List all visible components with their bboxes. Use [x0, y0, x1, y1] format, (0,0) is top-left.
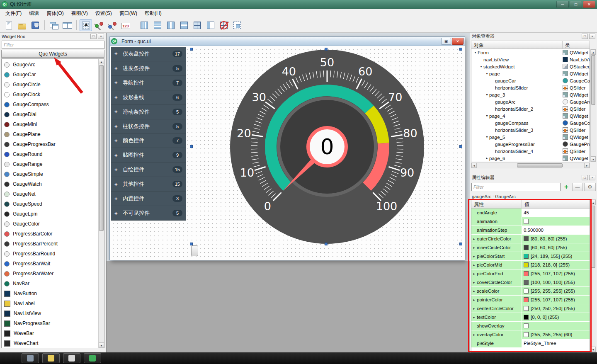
- property-row[interactable]: pieStylePieStyle_Three: [471, 339, 590, 348]
- close-panel-icon[interactable]: ×: [589, 34, 595, 39]
- widget-list-item[interactable]: GaugeArc: [2, 60, 104, 70]
- new-form-button[interactable]: [2, 19, 15, 31]
- property-value-cell[interactable]: [24, 189, 155] (255): [522, 252, 590, 260]
- property-row[interactable]: ▸pieColorStart[24, 189, 155] (255): [471, 252, 590, 261]
- object-tree-row[interactable]: ▾stackedWidgetQStackedWidget: [471, 63, 590, 70]
- widget-list-item[interactable]: ProgressBarColor: [2, 229, 104, 239]
- scroll-up-icon[interactable]: ▲: [591, 49, 596, 55]
- scroll-right-icon[interactable]: ►: [584, 163, 590, 168]
- menu-item[interactable]: 窗口(W): [116, 9, 141, 18]
- layout-splitter-vertical-button[interactable]: [178, 19, 190, 31]
- form-titlebar[interactable]: Qt Form - quc.ui ▣ ✕: [110, 37, 465, 46]
- widget-list-item[interactable]: GaugeProgressBar: [2, 139, 104, 149]
- widget-list-item[interactable]: WaveBar: [2, 328, 104, 338]
- tree-expander-icon[interactable]: ▾: [485, 135, 489, 139]
- tree-expander-icon[interactable]: ▾: [485, 72, 489, 75]
- checkbox[interactable]: [524, 323, 529, 328]
- edit-signals-slots-button[interactable]: [93, 19, 105, 31]
- tree-expander-icon[interactable]: ▸: [485, 156, 489, 160]
- property-value-cell[interactable]: [255, 107, 107] (255): [522, 269, 590, 278]
- close-button[interactable]: ✕: [583, 1, 595, 8]
- widget-list-item[interactable]: GaugeWatch: [2, 179, 104, 189]
- add-property-button[interactable]: +: [562, 183, 571, 191]
- widget-list-item[interactable]: NavLabel: [2, 298, 104, 308]
- widget-list-item[interactable]: GaugeColor: [2, 219, 104, 229]
- open-form-button[interactable]: [16, 19, 28, 31]
- column-class[interactable]: 类: [563, 41, 590, 49]
- scrollbar-thumb[interactable]: [591, 55, 595, 105]
- expand-arrow-icon[interactable]: ▸: [471, 281, 477, 284]
- form-close-button[interactable]: ✕: [452, 38, 464, 45]
- property-value-cell[interactable]: [255, 107, 107] (255): [522, 296, 590, 304]
- property-value-cell[interactable]: [218, 218, 0] (255): [522, 261, 590, 269]
- widget-list-item[interactable]: GaugeRange: [2, 159, 104, 169]
- property-row[interactable]: ▸overlayColor[255, 255, 255] (60): [471, 330, 590, 339]
- property-row[interactable]: ▸coverCircleColor[100, 100, 100] (255): [471, 278, 590, 287]
- scroll-down-icon[interactable]: ▼: [99, 342, 104, 348]
- horizontal-slider-widget[interactable]: [191, 245, 198, 256]
- column-value[interactable]: 值: [522, 200, 590, 208]
- widget-list-item[interactable]: GaugeSimple: [2, 169, 104, 179]
- nav-list-item[interactable]: +导航控件7: [111, 76, 186, 90]
- adjust-size-button[interactable]: [231, 19, 243, 31]
- scroll-down-icon[interactable]: ▼: [591, 347, 596, 352]
- tree-expander-icon[interactable]: ▾: [485, 93, 489, 97]
- widget-list-item[interactable]: GaugeRound: [2, 149, 104, 159]
- object-tree-row[interactable]: ▾page_3QWidget: [471, 91, 590, 98]
- scrollbar-thumb[interactable]: [99, 65, 104, 231]
- widget-list-item[interactable]: GaugeCompass: [2, 99, 104, 109]
- widget-list-item[interactable]: ProgressBarPercent: [2, 239, 104, 249]
- close-panel-icon[interactable]: ×: [98, 34, 104, 39]
- expand-arrow-icon[interactable]: ▸: [471, 246, 477, 250]
- taskbar-button[interactable]: [22, 353, 39, 363]
- float-panel-icon[interactable]: □: [582, 34, 588, 39]
- tree-expander-icon[interactable]: ▾: [473, 51, 478, 54]
- object-tree-hscrollbar[interactable]: ◄ ►: [471, 163, 590, 168]
- widget-list-item[interactable]: ProgressBarWater: [2, 269, 104, 279]
- scrollbar-thumb[interactable]: [591, 206, 595, 268]
- property-filter-input[interactable]: [471, 183, 561, 191]
- nav-list-item[interactable]: +内置控件3: [111, 192, 186, 206]
- widget-list-item[interactable]: NavBar: [2, 279, 104, 289]
- widget-list-item[interactable]: GaugeClock: [2, 90, 104, 99]
- menu-item[interactable]: 编辑: [25, 9, 43, 18]
- object-tree-row[interactable]: gaugeProgressBarGaugeProgressBar: [471, 141, 590, 148]
- gauge-widget[interactable]: 01020304050607080901000: [230, 49, 425, 244]
- nav-list-item[interactable]: +柱状条控件5: [111, 119, 186, 134]
- selection-handle[interactable]: [190, 145, 193, 148]
- layout-horizontally-button[interactable]: [151, 19, 164, 31]
- widget-list-item[interactable]: GaugeCircle: [2, 80, 104, 90]
- selection-handle[interactable]: [459, 48, 462, 51]
- tree-expander-icon[interactable]: ▾: [479, 65, 483, 68]
- taskbar-button[interactable]: [63, 353, 80, 363]
- object-tree-row[interactable]: horizontalSlider_4QSlider: [471, 148, 590, 155]
- widget-list-item[interactable]: GaugeSpeed: [2, 199, 104, 209]
- object-tree-row[interactable]: navListViewNavListView: [471, 56, 590, 63]
- object-tree-row[interactable]: ▾page_4QWidget: [471, 112, 590, 119]
- close-panel-icon[interactable]: ×: [589, 175, 595, 180]
- cascade-windows-button[interactable]: [48, 19, 60, 31]
- property-value-cell[interactable]: [522, 322, 590, 330]
- selection-handle[interactable]: [325, 243, 328, 245]
- property-value-cell[interactable]: [80, 80, 80] (255): [522, 235, 590, 243]
- property-value-cell[interactable]: [255, 255, 255] (60): [522, 330, 590, 339]
- property-value-cell[interactable]: [100, 100, 100] (255): [522, 278, 590, 286]
- edit-tab-order-button[interactable]: 123: [119, 19, 132, 31]
- scroll-left-icon[interactable]: ◄: [471, 163, 477, 168]
- form-restore-button[interactable]: ▣: [441, 38, 451, 45]
- nav-list-item[interactable]: +颜色控件7: [111, 134, 186, 148]
- widget-list-item[interactable]: ProgressBarWait: [2, 259, 104, 269]
- layout-grid-button[interactable]: [191, 19, 204, 31]
- nav-list-item[interactable]: +进度条控件5: [111, 61, 186, 76]
- configure-property-editor-button[interactable]: ⚙: [584, 183, 596, 191]
- nav-list-item[interactable]: +仪表盘控件17: [111, 47, 186, 61]
- selection-handle[interactable]: [190, 48, 193, 51]
- edit-widgets-button[interactable]: [80, 19, 92, 31]
- property-value-cell[interactable]: PieStyle_Three: [522, 339, 590, 347]
- property-value-cell[interactable]: [0, 0, 0] (255): [522, 313, 590, 321]
- menu-item[interactable]: 文件(F): [2, 9, 25, 18]
- float-panel-icon[interactable]: □: [582, 175, 588, 180]
- widget-filter-input[interactable]: [2, 41, 104, 49]
- object-tree-row[interactable]: ▾pageQWidget: [471, 70, 590, 77]
- selection-handle[interactable]: [325, 48, 328, 51]
